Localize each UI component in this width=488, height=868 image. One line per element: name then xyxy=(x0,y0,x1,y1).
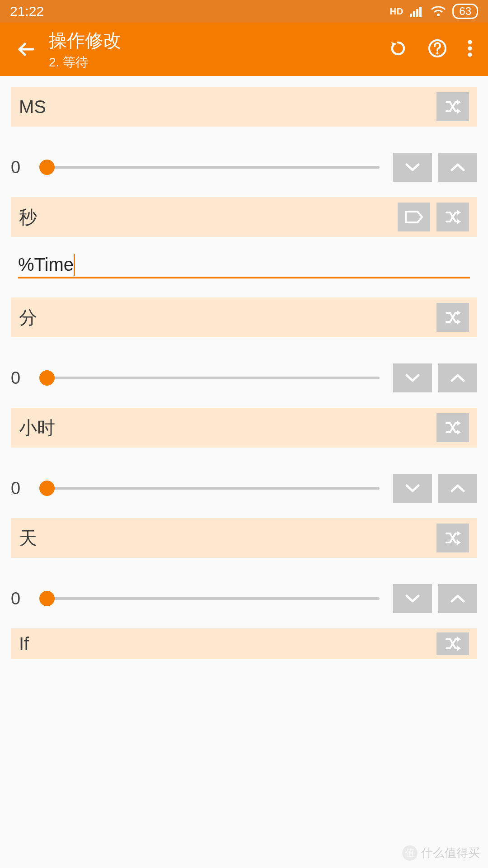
svg-rect-1 xyxy=(413,11,415,17)
undo-button[interactable] xyxy=(389,39,408,60)
status-icons: HD 63 xyxy=(389,4,478,19)
section-label-days: 天 xyxy=(19,526,436,551)
shuffle-button-ms[interactable] xyxy=(436,92,469,121)
wifi-icon xyxy=(431,5,446,17)
chevron-up-icon xyxy=(450,593,465,604)
status-bar: 21:22 HD 63 xyxy=(0,0,488,23)
section-label-hours: 小时 xyxy=(19,415,436,440)
seconds-input[interactable]: %Time xyxy=(18,250,470,278)
shuffle-button-if[interactable] xyxy=(436,632,469,655)
hd-indicator: HD xyxy=(389,6,404,17)
section-label-ms: MS xyxy=(19,97,436,117)
slider-thumb-minutes[interactable] xyxy=(39,370,55,386)
slider-minutes[interactable] xyxy=(47,377,380,379)
shuffle-icon xyxy=(444,98,462,116)
decrement-button-ms[interactable] xyxy=(393,153,432,182)
slider-row-days: 0 xyxy=(0,580,488,617)
content-scroll[interactable]: MS 0 秒 %Time 分 xyxy=(0,76,488,868)
section-label-if: If xyxy=(19,634,436,654)
shuffle-button-days[interactable] xyxy=(436,524,469,552)
slider-row-hours: 0 xyxy=(0,470,488,506)
status-time: 21:22 xyxy=(10,4,44,19)
arrow-left-icon xyxy=(16,39,37,60)
svg-point-9 xyxy=(468,53,472,57)
svg-point-8 xyxy=(468,47,472,51)
chevron-up-icon xyxy=(450,373,465,383)
tag-button-seconds[interactable] xyxy=(398,203,430,231)
slider-thumb-days[interactable] xyxy=(39,591,55,606)
svg-rect-2 xyxy=(416,9,418,17)
more-vert-icon xyxy=(467,38,473,58)
shuffle-icon xyxy=(444,529,462,547)
tag-icon xyxy=(404,210,424,224)
shuffle-button-minutes[interactable] xyxy=(436,303,469,332)
appbar-title: 操作修改 xyxy=(49,28,389,53)
shuffle-icon xyxy=(444,419,462,437)
svg-rect-0 xyxy=(410,14,412,17)
slider-row-ms: 0 xyxy=(0,149,488,185)
help-button[interactable] xyxy=(427,38,447,60)
decrement-button-minutes[interactable] xyxy=(393,363,432,392)
decrement-button-hours[interactable] xyxy=(393,474,432,503)
text-caret xyxy=(74,254,75,276)
appbar-actions xyxy=(389,38,477,60)
seconds-input-value: %Time xyxy=(18,255,74,277)
shuffle-button-hours[interactable] xyxy=(436,413,469,442)
chevron-down-icon xyxy=(405,162,420,173)
section-header-minutes: 分 xyxy=(11,297,477,337)
chevron-up-icon xyxy=(450,162,465,173)
slider-ms[interactable] xyxy=(47,166,380,169)
section-header-seconds: 秒 xyxy=(11,197,477,237)
overflow-button[interactable] xyxy=(467,38,473,60)
section-header-days: 天 xyxy=(11,518,477,558)
signal-icon xyxy=(410,5,424,17)
undo-icon xyxy=(389,39,408,58)
app-bar: 操作修改 2. 等待 xyxy=(0,23,488,76)
increment-button-days[interactable] xyxy=(438,584,477,613)
chevron-down-icon xyxy=(405,593,420,604)
slider-thumb-ms[interactable] xyxy=(39,160,55,175)
svg-rect-3 xyxy=(419,7,422,17)
section-label-seconds: 秒 xyxy=(19,205,398,230)
svg-point-6 xyxy=(436,52,439,55)
slider-hours[interactable] xyxy=(47,487,380,490)
decrement-button-days[interactable] xyxy=(393,584,432,613)
shuffle-icon xyxy=(444,635,462,653)
shuffle-icon xyxy=(444,208,462,226)
svg-point-4 xyxy=(437,14,440,16)
shuffle-button-seconds[interactable] xyxy=(436,203,469,231)
appbar-subtitle: 2. 等待 xyxy=(49,54,389,71)
chevron-up-icon xyxy=(450,483,465,494)
watermark: 值 什么值得买 xyxy=(402,845,480,861)
section-header-if: If xyxy=(11,628,477,659)
help-icon xyxy=(427,38,447,58)
chevron-down-icon xyxy=(405,373,420,383)
appbar-titles: 操作修改 2. 等待 xyxy=(44,28,389,71)
section-header-ms: MS xyxy=(11,87,477,127)
slider-days[interactable] xyxy=(47,597,380,600)
input-row-seconds: %Time xyxy=(0,237,488,287)
section-header-hours: 小时 xyxy=(11,408,477,448)
increment-button-ms[interactable] xyxy=(438,153,477,182)
slider-thumb-hours[interactable] xyxy=(39,481,55,496)
svg-point-7 xyxy=(468,40,472,44)
watermark-text: 什么值得买 xyxy=(421,845,480,861)
shuffle-icon xyxy=(444,308,462,326)
back-button[interactable] xyxy=(8,39,44,60)
increment-button-minutes[interactable] xyxy=(438,363,477,392)
increment-button-hours[interactable] xyxy=(438,474,477,503)
battery-indicator: 63 xyxy=(452,4,478,19)
slider-row-minutes: 0 xyxy=(0,360,488,396)
watermark-logo-icon: 值 xyxy=(402,845,418,861)
section-label-minutes: 分 xyxy=(19,305,436,330)
chevron-down-icon xyxy=(405,483,420,494)
